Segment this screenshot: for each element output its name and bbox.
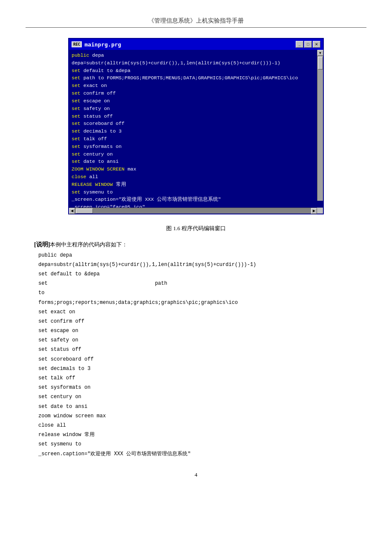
code-line: public depa xyxy=(38,251,366,260)
code-line: set sysformats on xyxy=(38,383,366,392)
window-body-wrapper: public depa depa=substr(alltrim(sys(5)+c… xyxy=(69,50,323,208)
code-line: set confirm off xyxy=(72,90,315,97)
code-line: set talk off xyxy=(72,135,315,143)
code-line: set safety on xyxy=(72,105,315,113)
code-line: set default to &depa xyxy=(72,67,315,75)
window-body: public depa depa=substr(alltrim(sys(5)+c… xyxy=(69,50,323,208)
main-content: [说明]本例中主程序的代码内容如下： public depa depa=subs… xyxy=(34,239,366,459)
h-scroll-thumb[interactable] xyxy=(76,208,93,214)
code-line: set date to ansi xyxy=(72,158,315,165)
code-line: set scoreboard off xyxy=(72,120,315,127)
code-line: set scoreboard off xyxy=(38,355,366,364)
titlebar-buttons: _ □ ✕ xyxy=(296,41,320,48)
code-line: set sysmenu to xyxy=(38,439,366,449)
code-line: set path to xyxy=(38,279,366,298)
code-line: set safety on xyxy=(38,335,366,345)
code-line: set century on xyxy=(38,392,366,402)
code-line: set sysmenu to xyxy=(72,188,315,196)
minimize-button[interactable]: _ xyxy=(296,41,303,48)
code-line: _screen.icon="face05.ico" xyxy=(72,203,315,208)
window-title: mainprg.prg xyxy=(84,41,121,48)
code-line: set default to &depa xyxy=(38,269,366,279)
code-line: _screen.caption="欢迎使用 XXX 公司市场营销管理信息系统" xyxy=(72,196,315,203)
code-line: set century on xyxy=(72,150,315,158)
code-window: REC mainprg.prg _ □ ✕ public depa depa=s… xyxy=(68,38,324,214)
code-line: set escape on xyxy=(72,97,315,105)
code-line: depa=substr(alltrim(sys(5)+curdir()),1,l… xyxy=(38,260,366,269)
note-label: [说明] xyxy=(34,241,50,248)
code-line: set path to FORMS;PROGS;REPORTS;MENUS;DA… xyxy=(72,74,315,82)
code-line: ZOOM WINDOW SCREEN max xyxy=(72,165,315,173)
code-line: set status off xyxy=(38,345,366,354)
scroll-left-arrow[interactable]: ◀ xyxy=(69,208,75,214)
titlebar-left: REC mainprg.prg xyxy=(72,41,121,48)
code-line: set confirm off xyxy=(38,317,366,326)
scroll-right-arrow[interactable]: ▶ xyxy=(311,208,317,214)
code-line: public depa xyxy=(72,52,315,59)
note-paragraph: [说明]本例中主程序的代码内容如下： xyxy=(34,239,366,251)
code-line: set sysformats on xyxy=(72,143,315,150)
page-number-text: 4 xyxy=(195,471,198,478)
code-line: _screen.caption="欢迎使用 XXX 公司市场营销管理信息系统" xyxy=(38,449,366,459)
code-block: public depa depa=substr(alltrim(sys(5)+c… xyxy=(38,251,366,459)
code-line: set decimals to 3 xyxy=(38,364,366,373)
scroll-down-arrow[interactable]: ▼ xyxy=(317,50,323,56)
page-number: 4 xyxy=(26,471,366,478)
scrollbar-corner xyxy=(317,208,323,214)
note-intro: 本例中主程序的代码内容如下： xyxy=(50,241,127,248)
close-button[interactable]: ✕ xyxy=(313,41,320,48)
code-line: set talk off xyxy=(38,373,366,383)
code-line: forms;progs;reports;menus;data;graphics;… xyxy=(38,298,366,307)
figure-caption-text: 图 1.6 程序代码编辑窗口 xyxy=(166,225,226,231)
figure-caption: 图 1.6 程序代码编辑窗口 xyxy=(26,225,366,232)
code-line: set exact on xyxy=(38,307,366,317)
code-line: depa=substr(alltrim(sys(5)+curdir()),1,l… xyxy=(72,59,315,67)
maximize-button[interactable]: □ xyxy=(304,41,312,48)
window-titlebar: REC mainprg.prg _ □ ✕ xyxy=(69,39,323,50)
header-title: 《管理信息系统》上机实验指导手册 xyxy=(148,17,244,24)
code-line: close all xyxy=(72,173,315,181)
window-container: REC mainprg.prg _ □ ✕ public depa depa=s… xyxy=(68,38,324,214)
code-line: set status off xyxy=(72,113,315,120)
code-line: release window 常用 xyxy=(38,430,366,439)
horizontal-scrollbar[interactable]: ◀ ▶ xyxy=(69,208,323,214)
window-icon: REC xyxy=(72,41,82,47)
code-line: set decimals to 3 xyxy=(72,127,315,135)
code-line: RELEASE WINDOW 常用 xyxy=(72,181,315,188)
vertical-scrollbar[interactable]: ▲ ▼ xyxy=(317,50,323,201)
code-line: set escape on xyxy=(38,326,366,335)
path-line: set path to xyxy=(38,279,366,298)
code-line: set date to ansi xyxy=(38,402,366,411)
page-header: 《管理信息系统》上机实验指导手册 xyxy=(26,17,366,28)
scroll-thumb[interactable] xyxy=(318,57,323,69)
code-line: zoom window screen max xyxy=(38,411,366,421)
code-line: close all xyxy=(38,421,366,430)
code-line: set exact on xyxy=(72,82,315,90)
